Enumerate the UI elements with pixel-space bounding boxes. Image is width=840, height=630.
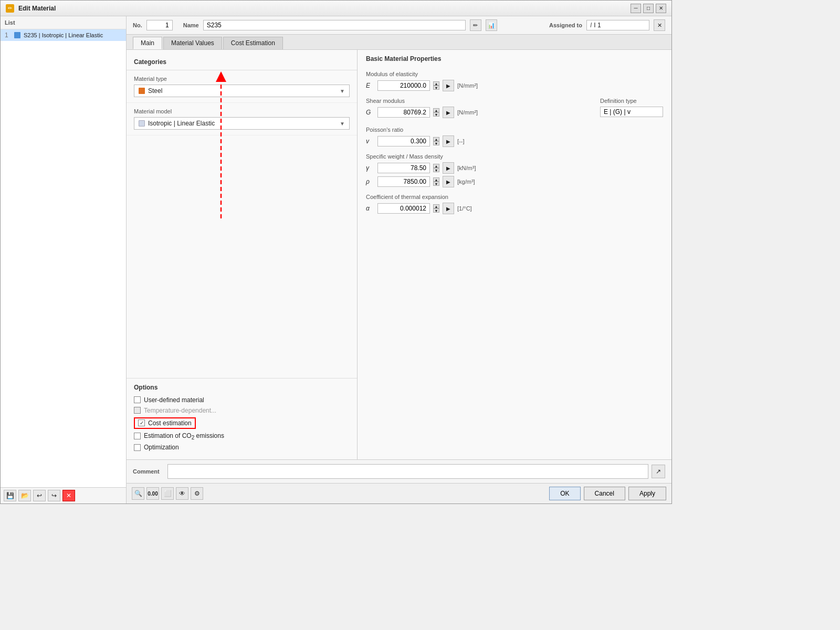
e-down-spinner[interactable]: ▼: [433, 86, 439, 90]
cancel-button[interactable]: Cancel: [584, 487, 625, 500]
alpha-expand-button[interactable]: ▶: [443, 203, 454, 214]
v-symbol: v: [366, 138, 374, 145]
user-defined-label: User-defined material: [144, 396, 204, 404]
v-input[interactable]: [377, 136, 430, 146]
gamma-symbol: γ: [366, 164, 374, 172]
rho-down-spinner[interactable]: ▼: [433, 182, 439, 186]
optimization-checkbox[interactable]: [134, 444, 141, 451]
rho-expand-button[interactable]: ▶: [443, 176, 454, 187]
v-up-spinner[interactable]: ▲: [433, 137, 439, 141]
view-icon[interactable]: 👁: [176, 487, 188, 500]
modulus-elasticity-label: Modulus of elasticity: [366, 71, 663, 77]
main-content: List 1 S235 | Isotropic | Linear Elastic…: [1, 16, 671, 503]
cost-estimation-highlight: Cost estimation: [134, 417, 196, 429]
user-defined-checkbox[interactable]: [134, 396, 141, 403]
tab-cost-estimation[interactable]: Cost Estimation: [223, 37, 283, 49]
definition-type-input[interactable]: [600, 107, 663, 117]
co2-estimation-checkbox[interactable]: [134, 433, 141, 439]
alpha-input[interactable]: [377, 203, 430, 214]
material-model-color: [139, 120, 145, 127]
name-input[interactable]: [203, 20, 466, 30]
e-unit: [N/mm²]: [457, 82, 478, 89]
coordinate-icon[interactable]: 0.00: [146, 487, 159, 500]
gamma-row: γ ▲ ▼ ▶ [kN/m³]: [366, 162, 663, 174]
temp-dependent-checkbox: [134, 407, 141, 414]
tab-main[interactable]: Main: [133, 37, 162, 49]
option-co2-estimation: Estimation of CO2 emissions: [134, 432, 350, 440]
g-expand-button[interactable]: ▶: [443, 107, 454, 118]
categories-header: Categories: [127, 54, 357, 70]
sidebar-item[interactable]: 1 S235 | Isotropic | Linear Elastic: [1, 29, 126, 41]
alpha-symbol: α: [366, 205, 374, 212]
options-header: Options: [134, 384, 350, 391]
gamma-down-spinner[interactable]: ▼: [433, 168, 439, 172]
name-label: Name: [183, 22, 199, 28]
sidebar: List 1 S235 | Isotropic | Linear Elastic…: [1, 16, 127, 503]
assigned-options-button[interactable]: ✕: [654, 19, 665, 31]
open-button[interactable]: 📂: [18, 490, 31, 501]
thermal-expansion-label: Coefficient of thermal expansion: [366, 194, 663, 200]
gamma-up-spinner[interactable]: ▲: [433, 164, 439, 168]
window-icon: ✏: [6, 4, 14, 13]
rho-spinners: ▲ ▼: [433, 177, 439, 186]
sidebar-header: List: [1, 16, 126, 29]
right-content: Basic Material Properties Modulus of ela…: [358, 50, 671, 459]
save-button[interactable]: 💾: [4, 490, 16, 501]
minimize-button[interactable]: ─: [631, 4, 641, 13]
g-up-spinner[interactable]: ▲: [433, 108, 439, 112]
alpha-down-spinner[interactable]: ▼: [433, 208, 439, 213]
material-type-dropdown[interactable]: Steel ▼: [134, 85, 350, 97]
gamma-expand-button[interactable]: ▶: [443, 162, 454, 174]
undo-button[interactable]: ↩: [33, 490, 46, 501]
e-expand-button[interactable]: ▶: [443, 80, 454, 91]
alpha-unit: [1/°C]: [457, 205, 472, 212]
shear-modulus-label: Shear modulus: [366, 98, 478, 104]
comment-input[interactable]: [167, 464, 648, 479]
comment-expand-button[interactable]: ↗: [652, 465, 665, 478]
material-model-dropdown[interactable]: Isotropic | Linear Elastic ▼: [134, 117, 350, 130]
assigned-field: Assigned to I I 1 ✕: [549, 19, 665, 31]
material-model-arrow-icon: ▼: [340, 121, 345, 127]
ok-button[interactable]: OK: [549, 487, 580, 500]
g-unit: [N/mm²]: [457, 109, 478, 116]
edit-name-button[interactable]: ✏: [470, 19, 481, 31]
v-expand-button[interactable]: ▶: [443, 135, 454, 147]
search-icon[interactable]: 🔍: [132, 487, 144, 500]
assigned-input: I I 1: [586, 20, 649, 30]
g-input[interactable]: [377, 107, 430, 118]
poissons-ratio-label: Poisson's ratio: [366, 127, 663, 133]
poissons-ratio-row: v ▲ ▼ ▶ [--]: [366, 135, 663, 147]
optimization-label: Optimization: [144, 444, 179, 451]
close-button[interactable]: ✕: [656, 4, 666, 13]
material-model-field: Material model Isotropic | Linear Elasti…: [127, 103, 357, 135]
no-input[interactable]: [146, 20, 173, 30]
sidebar-list: 1 S235 | Isotropic | Linear Elastic: [1, 29, 126, 487]
e-input[interactable]: [377, 80, 430, 91]
alpha-up-spinner[interactable]: ▲: [433, 204, 439, 208]
tab-material-values[interactable]: Material Values: [163, 37, 222, 49]
gamma-unit: [kN/m³]: [457, 165, 476, 171]
option-optimization: Optimization: [134, 444, 350, 451]
thermal-expansion-group: Coefficient of thermal expansion α ▲ ▼ ▶…: [366, 194, 663, 214]
maximize-button[interactable]: □: [643, 4, 654, 13]
chart-button[interactable]: 📊: [486, 19, 497, 31]
option-temp-dependent: Temperature-dependent...: [134, 407, 350, 414]
gamma-input[interactable]: [377, 163, 430, 173]
assigned-label: Assigned to: [549, 22, 582, 28]
content-area: Categories: [127, 50, 671, 459]
panel-header: No. Name ✏ 📊 Assigned to I I 1 ✕: [127, 16, 671, 35]
title-bar: ✏ Edit Material ─ □ ✕: [1, 1, 671, 16]
material-type-field: Material type Steel ▼: [127, 70, 357, 103]
rho-input[interactable]: [377, 176, 430, 187]
apply-button[interactable]: Apply: [628, 487, 666, 500]
select-icon[interactable]: ⬜: [161, 487, 174, 500]
v-down-spinner[interactable]: ▼: [433, 141, 439, 145]
delete-button[interactable]: ✕: [62, 490, 75, 501]
option-cost-estimation: Cost estimation: [134, 417, 350, 429]
redo-button[interactable]: ↪: [48, 490, 60, 501]
g-down-spinner[interactable]: ▼: [433, 112, 439, 117]
cost-estimation-checkbox[interactable]: [138, 419, 145, 426]
e-up-spinner[interactable]: ▲: [433, 81, 439, 86]
settings-icon[interactable]: ⚙: [191, 487, 203, 500]
rho-up-spinner[interactable]: ▲: [433, 177, 439, 182]
